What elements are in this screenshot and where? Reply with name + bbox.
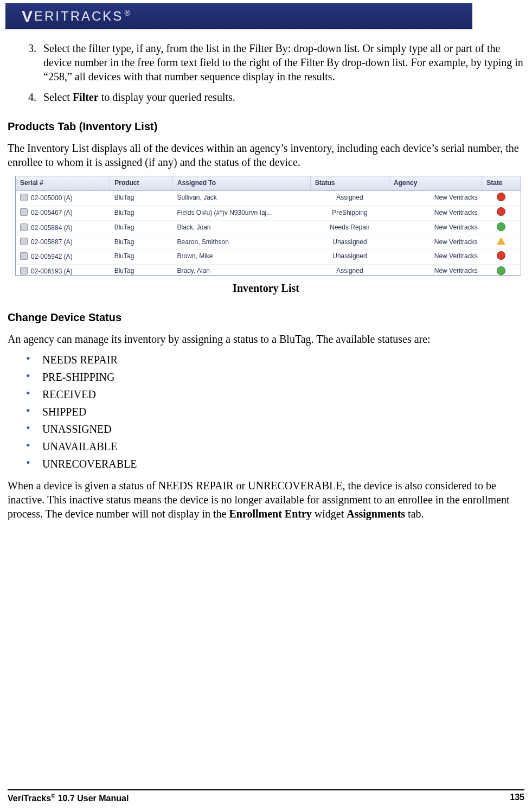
- instruction-step-4: Select Filter to display your queried re…: [39, 90, 524, 104]
- brand-text: ERITRACKS: [34, 9, 123, 23]
- cell-serial: 02-005467 (A): [31, 209, 73, 216]
- cell-assigned: Brown, Mike: [172, 249, 310, 264]
- footer-brand: VeriTracks: [8, 794, 51, 803]
- cell-serial: 02-005887 (A): [31, 238, 73, 246]
- cell-status: Unassigned: [310, 235, 389, 250]
- cell-serial: 02-005942 (A): [31, 253, 73, 260]
- col-agency[interactable]: Agency: [389, 176, 482, 190]
- step4-post: to display your queried results.: [99, 91, 235, 103]
- step4-pre: Select: [43, 91, 73, 103]
- status-list: NEEDS REPAIR PRE-SHIPPING RECEIVED SHIPP…: [8, 353, 524, 471]
- table-row[interactable]: 02-005467 (A) BluTag Fields Oi#u) (#*)v …: [16, 206, 521, 221]
- cell-agency: New Veritracks: [389, 264, 482, 275]
- table-row[interactable]: 02-005000 (A) BluTag Sullivan, Jack Assi…: [16, 190, 521, 206]
- col-assigned[interactable]: Assigned To: [172, 176, 310, 190]
- outro-bold1: Enrollment Entry: [229, 508, 311, 520]
- section1-intro: The Inventory List displays all of the d…: [8, 141, 524, 169]
- cell-assigned: Brady, Alan: [172, 264, 310, 275]
- cell-product: BluTag: [110, 190, 173, 206]
- cell-status: PreShipping: [310, 206, 389, 221]
- table-row[interactable]: 02-006193 (A) BluTag Brady, Alan Assigne…: [16, 264, 521, 275]
- cell-assigned: Fields Oi#u) (#*)v N930urvn Iaj...: [172, 206, 310, 221]
- col-state[interactable]: State: [482, 176, 521, 190]
- section2-intro: An agency can manage its inventory by as…: [8, 332, 524, 346]
- table-row[interactable]: 02-005887 (A) BluTag Bearon, Smithson Un…: [16, 235, 521, 250]
- cell-product: BluTag: [110, 249, 173, 264]
- table-header-row: Serial # Product Assigned To Status Agen…: [16, 176, 521, 190]
- status-item: SHIPPED: [26, 405, 524, 419]
- cell-status: Unassigned: [310, 249, 389, 264]
- brand-logo: VERITRACKS®: [22, 7, 132, 25]
- status-item: PRE-SHIPPING: [26, 370, 524, 384]
- cell-product: BluTag: [110, 220, 173, 235]
- cell-serial: 02-006193 (A): [31, 267, 73, 275]
- status-item: UNAVAILABLE: [26, 439, 524, 454]
- cell-assigned: Bearon, Smithson: [172, 235, 310, 250]
- cell-product: BluTag: [110, 206, 173, 221]
- cell-status: Assigned: [310, 190, 389, 206]
- registered-mark: ®: [124, 9, 131, 17]
- cell-assigned: Black, Joan: [172, 220, 310, 235]
- cell-agency: New Veritracks: [389, 190, 482, 206]
- cell-status: Needs Repair: [310, 220, 389, 235]
- inventory-table: Serial # Product Assigned To Status Agen…: [15, 176, 521, 276]
- table-row[interactable]: 02-005884 (A) BluTag Black, Joan Needs R…: [16, 220, 521, 235]
- instruction-step-3: Select the filter type, if any, from the…: [39, 41, 524, 84]
- cell-assigned: Sullivan, Jack: [172, 190, 310, 206]
- device-icon: [20, 223, 28, 231]
- device-icon: [20, 208, 28, 216]
- device-icon: [20, 238, 28, 245]
- footer-page-number: 135: [510, 793, 524, 803]
- footer-left: VeriTracks® 10.7 User Manual: [8, 793, 129, 803]
- device-icon: [20, 194, 28, 201]
- state-icon-green: [497, 222, 505, 231]
- footer-reg: ®: [51, 793, 55, 799]
- state-icon-green: [497, 266, 505, 275]
- col-status[interactable]: Status: [310, 176, 389, 190]
- section2-outro: When a device is given a status of NEEDS…: [8, 478, 524, 521]
- cell-serial: 02-005884 (A): [31, 224, 73, 232]
- status-item: UNRECOVERABLE: [26, 457, 524, 471]
- status-item: NEEDS REPAIR: [26, 353, 524, 367]
- state-icon-red: [497, 193, 505, 201]
- cell-product: BluTag: [110, 264, 173, 275]
- cell-agency: New Veritracks: [389, 220, 482, 235]
- section-heading-change-status: Change Device Status: [8, 310, 524, 324]
- section-heading-products: Products Tab (Inventory List): [8, 119, 524, 133]
- state-icon-red: [497, 207, 505, 216]
- cell-product: BluTag: [110, 235, 173, 250]
- page-footer: VeriTracks® 10.7 User Manual 135: [8, 789, 524, 803]
- figure-caption: Inventory List: [8, 281, 524, 295]
- outro-mid: widget: [312, 508, 347, 520]
- device-icon: [20, 252, 28, 260]
- status-item: RECEIVED: [26, 387, 524, 401]
- cell-status: Assigned: [310, 264, 389, 275]
- outro-post: tab.: [405, 508, 424, 520]
- state-icon-yellow: [497, 237, 505, 245]
- step4-bold: Filter: [73, 91, 99, 103]
- cell-agency: New Veritracks: [389, 235, 482, 250]
- cell-agency: New Veritracks: [389, 206, 482, 221]
- footer-title: 10.7 User Manual: [55, 794, 129, 803]
- instruction-list: Select the filter type, if any, from the…: [8, 41, 524, 104]
- cell-agency: New Veritracks: [389, 249, 482, 264]
- status-item: UNASSIGNED: [26, 422, 524, 436]
- header-banner: VERITRACKS®: [5, 3, 472, 29]
- cell-serial: 02-005000 (A): [31, 194, 73, 202]
- col-serial[interactable]: Serial #: [16, 176, 110, 190]
- col-product[interactable]: Product: [110, 176, 173, 190]
- table-row[interactable]: 02-005942 (A) BluTag Brown, Mike Unassig…: [16, 249, 521, 264]
- device-icon: [20, 267, 28, 274]
- outro-bold2: Assignments: [347, 508, 405, 520]
- state-icon-red: [497, 251, 505, 260]
